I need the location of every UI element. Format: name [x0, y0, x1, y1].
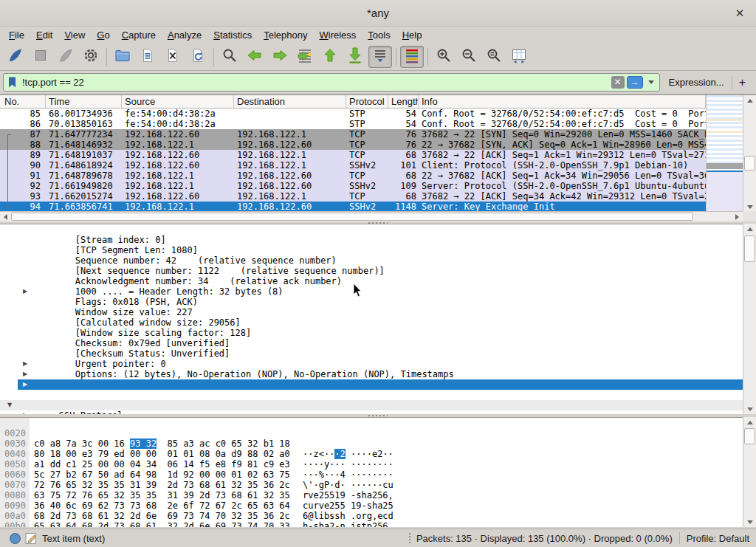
colorize-toggle[interactable] [400, 46, 424, 68]
detail-line[interactable]: Checksum: 0x79ed [unverified] [0, 328, 743, 338]
apply-filter-button[interactable]: → [627, 76, 643, 89]
zoom-out-button[interactable] [457, 46, 481, 68]
hex-row[interactable]: 0080 36 40 6c 69 62 73 73 68 2e 6f 72 67… [0, 480, 743, 490]
display-filter-box[interactable]: ✕ → [3, 73, 660, 92]
column-header-destination[interactable]: Destination [234, 95, 346, 108]
packet-list-vscrollbar[interactable] [743, 95, 756, 212]
hex-row[interactable]: 0060 72 76 65 32 35 35 31 39 2d 73 68 61… [0, 459, 743, 469]
detail-line[interactable]: [Window size scaling factor: 128] [0, 317, 743, 328]
packet-list-hscrollbar[interactable] [0, 211, 743, 221]
detail-line[interactable]: ▶[SEQ/ACK analysis] [0, 369, 743, 379]
go-back-button[interactable] [243, 46, 267, 68]
go-to-packet-button[interactable] [293, 46, 317, 68]
hex-row[interactable]: 00b0 38 34 2c 65 63 64 68 2d 73 68 61 32… [0, 511, 743, 521]
expander-icon[interactable]: ▶ [20, 369, 30, 379]
menu-item[interactable]: File [3, 28, 30, 42]
column-header-length[interactable]: Length [388, 95, 419, 108]
clear-filter-button[interactable]: ✕ [611, 76, 625, 89]
packet-row[interactable]: 91 71.648789678 192.168.122.1 192.168.12… [0, 171, 706, 181]
hex-row[interactable]: 0040 a1 dd c1 25 00 00 04 34 06 14 f5 e8… [0, 438, 743, 449]
detail-line[interactable]: Urgent pointer: 0 [0, 348, 743, 359]
packet-row[interactable]: 88 71.648146932 192.168.122.1 192.168.12… [0, 140, 706, 150]
hex-row[interactable]: 0020 c0 a8 7a 3c 00 16 93 32 85 a3 ac c0… [0, 418, 743, 428]
go-forward-button[interactable] [268, 46, 292, 68]
start-capture-button[interactable] [4, 46, 27, 68]
packet-row[interactable]: 94 71.663856741 192.168.122.1 192.168.12… [0, 202, 706, 212]
bookmark-icon[interactable] [6, 76, 19, 89]
go-to-first-packet-button[interactable] [318, 46, 342, 68]
expander-icon[interactable]: ▶ [20, 286, 30, 297]
go-to-last-packet-button[interactable] [343, 46, 367, 68]
detail-line[interactable]: [TCP Segment Len: 1080] [0, 235, 743, 245]
packet-minimap[interactable] [706, 95, 743, 212]
column-header-info[interactable]: Info [419, 95, 706, 108]
column-header-time[interactable]: Time [46, 95, 122, 108]
packet-row[interactable]: 90 71.648618924 192.168.122.60 192.168.1… [0, 160, 706, 171]
capture-options-button[interactable] [79, 46, 103, 68]
capture-comment-icon[interactable] [25, 532, 38, 545]
packet-row[interactable]: 87 71.647777234 192.168.122.60 192.168.1… [0, 129, 706, 140]
detail-line[interactable]: ▼SSH Protocol [0, 400, 743, 410]
menu-item[interactable]: Telephony [258, 28, 313, 42]
close-window-button[interactable]: ✕ [732, 6, 747, 21]
detail-line[interactable]: Window size value: 227 [0, 297, 743, 307]
hex-vscrollbar[interactable] [743, 417, 756, 527]
detail-line[interactable]: ▶Flags: 0x018 (PSH, ACK) [0, 286, 743, 297]
stop-capture-button[interactable] [29, 46, 52, 68]
detail-line[interactable]: [Stream index: 0] [0, 224, 743, 235]
scroll-up-button[interactable] [743, 95, 756, 106]
menu-item[interactable]: Tools [362, 28, 396, 42]
pane-splitter[interactable] [0, 414, 756, 416]
scroll-down-button[interactable] [743, 404, 756, 414]
detail-line[interactable]: TCP payload (1080 bytes) [0, 390, 743, 400]
expression-button[interactable]: Expression... [660, 77, 732, 88]
expander-icon[interactable]: ▶ [20, 379, 30, 390]
zoom-original-button[interactable] [482, 46, 506, 68]
detail-line[interactable]: 1000 .... = Header Length: 32 bytes (8) [0, 276, 743, 286]
restart-capture-button[interactable] [54, 46, 78, 68]
hscroll-thumb[interactable] [11, 213, 693, 221]
detail-line[interactable]: Acknowledgment number: 34 (relative ack … [0, 266, 743, 276]
close-file-button[interactable] [161, 46, 185, 68]
scroll-up-button[interactable] [743, 417, 756, 427]
menu-item[interactable]: Wireless [314, 28, 362, 42]
find-packet-button[interactable] [218, 46, 241, 68]
expert-info-icon[interactable] [10, 533, 21, 544]
hex-row[interactable]: 0050 5c 27 b2 67 50 ad 64 98 1d 92 00 00… [0, 449, 743, 459]
packet-row[interactable]: 92 71.661949820 192.168.122.1 192.168.12… [0, 181, 706, 191]
detail-line[interactable]: ▶[Timestamps] [0, 379, 743, 390]
detail-line[interactable]: [Calculated window size: 29056] [0, 307, 743, 317]
menu-item[interactable]: Help [396, 28, 428, 42]
zoom-in-button[interactable] [432, 46, 456, 68]
title-bar[interactable]: *any ✕ [0, 0, 756, 27]
resize-columns-button[interactable] [507, 46, 531, 68]
vscroll-thumb[interactable] [744, 235, 755, 262]
column-header-source[interactable]: Source [122, 95, 234, 108]
packet-row[interactable]: 86 70.013850163 fe:54:00:d4:38:2a STP 54… [0, 119, 706, 129]
vscroll-thumb[interactable] [744, 428, 755, 444]
column-header-protocol[interactable]: Protocol [346, 95, 388, 108]
hex-row[interactable]: 00a0 65 63 64 68 2d 73 68 61 32 2d 6e 69… [0, 500, 743, 511]
scroll-left-button[interactable] [0, 212, 10, 222]
expander-icon[interactable]: ▶ [20, 359, 30, 369]
menu-item[interactable]: Capture [116, 28, 162, 42]
column-header-no[interactable]: No. [0, 95, 46, 108]
menu-item[interactable]: Analyze [162, 28, 207, 42]
add-filter-button[interactable]: + [732, 76, 753, 89]
detail-line[interactable]: Sequence number: 42 (relative sequence n… [0, 245, 743, 255]
detail-line[interactable]: ▶Options: (12 bytes), No-Operation (NOP)… [0, 359, 743, 369]
scroll-down-button[interactable] [743, 202, 756, 212]
profile-button[interactable]: Profile: Default [687, 533, 756, 544]
scroll-down-button[interactable] [743, 517, 756, 527]
filter-history-caret-icon[interactable] [648, 80, 654, 84]
detail-line[interactable]: [Next sequence number: 1122 (relative se… [0, 255, 743, 266]
menu-item[interactable]: Statistics [207, 28, 258, 42]
reload-file-button[interactable] [186, 46, 210, 68]
vscroll-thumb[interactable] [744, 156, 755, 171]
packet-row[interactable]: 93 71.662015274 192.168.122.60 192.168.1… [0, 191, 706, 202]
menu-item[interactable]: Go [91, 28, 115, 42]
expander-icon[interactable]: ▼ [4, 400, 15, 410]
auto-scroll-toggle[interactable] [368, 46, 392, 68]
scroll-up-button[interactable] [743, 224, 756, 234]
display-filter-input[interactable] [19, 77, 611, 88]
